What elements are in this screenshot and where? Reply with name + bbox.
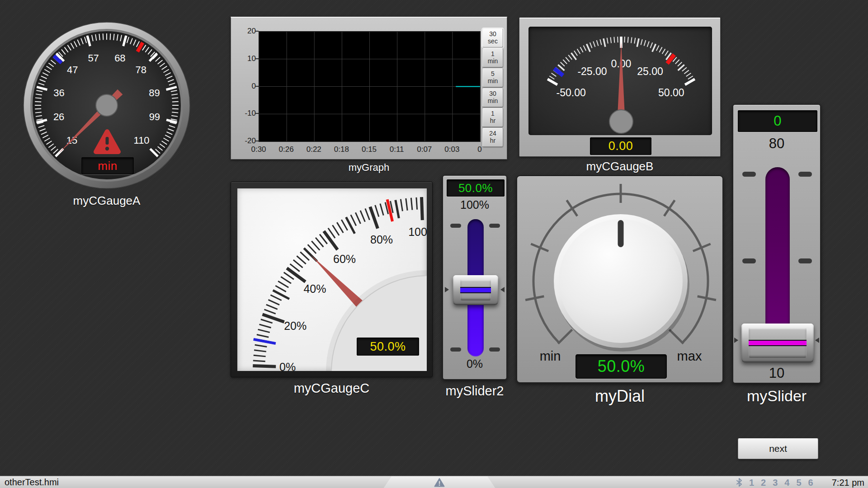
gauge-c-title: myCGaugeC <box>231 381 433 396</box>
gauge-a-value: min <box>98 159 117 173</box>
range-button-24hr[interactable]: 24hr <box>482 128 503 147</box>
range-button-label: 1 <box>491 51 495 58</box>
gauge-a-value-display: min <box>81 157 134 174</box>
gauge-a-title: myCGaugeA <box>22 194 192 208</box>
tick-label: 78 <box>136 64 146 75</box>
gauge-b-value: 0.00 <box>609 139 633 153</box>
hmi-screen: 152636475768788999110 min myCGaugeA 2010… <box>0 0 868 488</box>
range-button-5min[interactable]: 5min <box>482 68 503 87</box>
x-axis-label: 0:07 <box>417 145 432 154</box>
range-button-1min[interactable]: 1min <box>482 48 503 67</box>
y-axis-label: -20 <box>235 136 256 145</box>
x-axis-label: 0:18 <box>334 145 349 154</box>
slider-handle[interactable] <box>741 324 814 362</box>
page-number-1[interactable]: 1 <box>749 477 754 488</box>
slider-handle-stripe <box>749 340 807 346</box>
gauge-widget-myCGaugeB: -50.00-25.000.0025.0050.00 0.00 myCGauge… <box>519 17 721 174</box>
dial-title: myDial <box>516 387 723 406</box>
range-button-30sec[interactable]: 30sec <box>482 28 503 47</box>
x-axis-label: 0:30 <box>251 145 266 154</box>
slider-title: mySlider <box>732 387 821 405</box>
tick-label: 47 <box>67 64 78 75</box>
bluetooth-icon <box>736 478 742 487</box>
tick-label: 80% <box>370 233 393 246</box>
slider2-tick-bottom-right <box>489 347 500 352</box>
dial-value-display: 50.0% <box>576 354 667 379</box>
tick-label: 20% <box>284 319 307 332</box>
next-button-label: next <box>769 443 787 454</box>
tick-label: 110 <box>134 135 150 146</box>
x-axis-label: 0:26 <box>279 145 294 154</box>
range-button-label: hr <box>490 117 495 125</box>
slider2-pointer-right <box>500 287 505 292</box>
slider2-min-label: 0% <box>443 357 506 371</box>
tick-label: 60% <box>333 253 356 265</box>
tick-label: 0% <box>279 361 296 371</box>
slider-value-display: 0 <box>738 110 817 132</box>
range-button-label: min <box>488 98 498 105</box>
tick-label: 99 <box>149 111 160 122</box>
slider-panel: 0 80 10 <box>732 104 821 384</box>
gauge-c-value-display: 50.0% <box>357 338 419 356</box>
range-button-label: hr <box>490 137 495 145</box>
range-button-30min[interactable]: 30min <box>482 88 503 107</box>
x-axis-label: 0:22 <box>307 145 321 154</box>
x-axis-label: 0:15 <box>362 145 377 154</box>
range-button-label: 24 <box>489 130 496 137</box>
filename-label: otherTest.hmi <box>5 476 59 488</box>
range-button-1hr[interactable]: 1hr <box>482 108 503 127</box>
y-axis-label: -10 <box>235 109 256 118</box>
slider-widget-mySlider2: 50.0% 100% 0% mySlider2 <box>442 175 507 399</box>
dial-min-label: min <box>525 349 575 364</box>
graph-plot-area <box>259 31 481 142</box>
y-axis-label: 0 <box>235 82 256 91</box>
page-number-list: 123456 <box>749 477 813 488</box>
range-button-label: min <box>488 78 498 85</box>
y-axis-tick <box>255 31 259 32</box>
graph-range-buttons: 30sec1min5min30min1hr24hr <box>482 28 503 147</box>
tick-label: 40% <box>303 282 326 295</box>
status-bar-right: 123456 7:21 pm <box>736 476 864 488</box>
status-warning-tab[interactable] <box>383 476 495 488</box>
slider-value: 0 <box>774 113 782 129</box>
slider2-tick-top-right <box>489 224 500 228</box>
slider-tick-top-right <box>798 172 812 177</box>
page-number-6[interactable]: 6 <box>808 477 813 488</box>
tick-label: 26 <box>53 111 64 122</box>
dial-knob-ring[interactable] <box>554 214 688 348</box>
gauge-b-title: myCGaugeB <box>519 160 721 174</box>
y-axis-tick <box>255 86 259 87</box>
slider-pointer-right <box>815 338 819 343</box>
slider-bottom-label: 10 <box>733 365 820 381</box>
slider-tick-mid-right <box>798 258 812 263</box>
page-number-5[interactable]: 5 <box>796 477 801 488</box>
tick-label: 89 <box>149 87 160 99</box>
status-bar: otherTest.hmi 123456 7:21 pm <box>0 476 868 488</box>
slider-tick-mid-left <box>742 258 756 263</box>
page-number-4[interactable]: 4 <box>784 477 789 488</box>
x-axis-label: 0:03 <box>444 145 459 154</box>
page-number-3[interactable]: 3 <box>773 477 778 488</box>
slider2-value: 50.0% <box>458 181 493 195</box>
slider2-handle[interactable] <box>453 275 498 305</box>
y-axis-label: 20 <box>235 27 256 36</box>
gauge-b-dial-panel <box>528 27 712 135</box>
slider2-tick-bottom-left <box>450 347 461 352</box>
clock-label: 7:21 pm <box>832 477 864 488</box>
range-button-label: 30 <box>489 31 496 38</box>
next-button[interactable]: next <box>738 438 818 459</box>
graph-trace <box>259 32 480 141</box>
dial-max-label: max <box>665 349 714 364</box>
slider-tick-top-left <box>742 172 756 177</box>
range-button-label: min <box>488 58 498 65</box>
slider2-panel: 50.0% 100% 0% <box>442 175 507 380</box>
x-axis-label: 0:11 <box>390 145 404 154</box>
gauge-b-value-display: 0.00 <box>590 137 651 155</box>
graph-widget-myGraph: 20100-10-20 0:300:260:220:180:150:110:07… <box>231 17 507 174</box>
range-button-label: 5 <box>491 70 495 78</box>
page-number-2[interactable]: 2 <box>761 477 766 488</box>
gauge-widget-myCGaugeC: 0%20%40%60%80%100% 50.0% myCGaugeC <box>231 182 433 396</box>
gauge-c-value: 50.0% <box>370 340 406 354</box>
slider2-title: mySlider2 <box>442 384 507 399</box>
dial-knob-face[interactable] <box>559 219 683 343</box>
